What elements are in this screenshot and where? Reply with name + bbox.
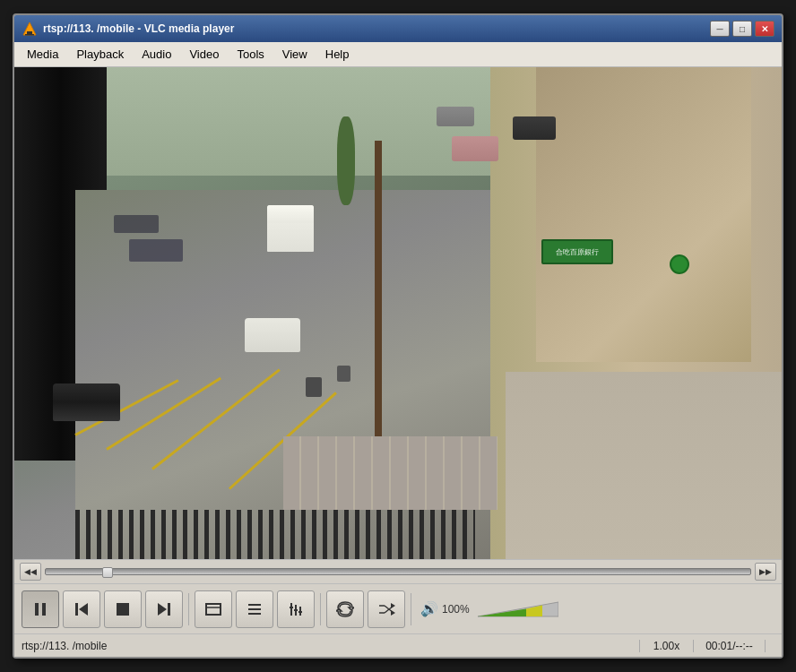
separator-1: [188, 593, 189, 625]
svg-rect-7: [117, 603, 129, 616]
playlist-button[interactable]: [236, 590, 273, 628]
next-icon: [155, 600, 173, 618]
green-sign: 合吃百原銀行: [541, 239, 613, 264]
svg-rect-1: [27, 31, 32, 34]
prev-button[interactable]: [63, 590, 100, 628]
volume-area: 🔊 100%: [420, 600, 558, 618]
street-scene: 合吃百原銀行: [14, 67, 782, 559]
stop-button[interactable]: [104, 590, 142, 628]
menu-media[interactable]: Media: [18, 44, 67, 65]
titlebar-buttons: ─ □ ✕: [710, 21, 774, 37]
loop-icon: [336, 600, 354, 618]
minimize-button[interactable]: ─: [710, 21, 730, 37]
menu-tools[interactable]: Tools: [228, 44, 273, 65]
volume-percent: 100%: [442, 603, 474, 616]
prev-icon: [73, 600, 91, 618]
volume-slider[interactable]: [478, 600, 558, 618]
pause-icon: [31, 600, 49, 618]
seekbar-track[interactable]: [45, 568, 751, 575]
frame-icon: [204, 600, 222, 618]
seek-fwd-button[interactable]: ▶▶: [755, 563, 776, 581]
separator-2: [320, 593, 321, 625]
controls-bar: 🔊 100%: [14, 583, 782, 633]
menu-view[interactable]: View: [273, 44, 316, 65]
vlc-window: rtsp://113. /mobile - VLC media player ─…: [13, 13, 783, 659]
svg-rect-8: [168, 603, 170, 616]
playlist-icon: [246, 600, 264, 618]
seekbar-area: ◀◀ ▶▶: [14, 559, 782, 583]
menu-help[interactable]: Help: [316, 44, 359, 65]
shuffle-icon: [377, 600, 395, 618]
svg-rect-4: [42, 603, 46, 616]
vlc-icon: [22, 21, 38, 37]
statusbar: rtsp://113. /mobile 1.00x 00:01/--:--: [14, 633, 782, 657]
menubar: Media Playback Audio Video Tools View He…: [14, 42, 782, 67]
menu-playback[interactable]: Playback: [67, 44, 133, 65]
seek-back-button[interactable]: ◀◀: [20, 563, 41, 581]
next-button[interactable]: [145, 590, 183, 628]
svg-marker-9: [158, 603, 167, 616]
status-url: rtsp://113. /mobile: [14, 640, 640, 652]
svg-rect-10: [206, 604, 221, 615]
stop-icon: [114, 600, 132, 618]
separator-3: [411, 593, 411, 625]
frame-button[interactable]: [195, 590, 232, 628]
status-time: 00:01/--:--: [694, 640, 766, 652]
status-speed: 1.00x: [640, 640, 694, 652]
svg-rect-5: [75, 603, 78, 616]
svg-marker-25: [391, 603, 395, 608]
volume-bar-svg: [478, 600, 558, 618]
close-button[interactable]: ✕: [755, 21, 774, 37]
seekbar-thumb[interactable]: [102, 567, 113, 578]
video-canvas: 合吃百原銀行: [14, 67, 782, 559]
maximize-button[interactable]: □: [732, 21, 752, 37]
volume-icon: 🔊: [420, 600, 438, 617]
window-title: rtsp://113. /mobile - VLC media player: [43, 22, 710, 35]
svg-rect-3: [35, 603, 39, 616]
equalizer-icon: [287, 600, 305, 618]
video-area[interactable]: 合吃百原銀行: [14, 67, 782, 559]
svg-marker-26: [391, 610, 395, 616]
menu-audio[interactable]: Audio: [133, 44, 180, 65]
titlebar: rtsp://113. /mobile - VLC media player ─…: [14, 15, 782, 42]
equalizer-button[interactable]: [277, 590, 315, 628]
menu-video[interactable]: Video: [180, 44, 228, 65]
loop-button[interactable]: [326, 590, 364, 628]
pause-button[interactable]: [22, 590, 59, 628]
svg-marker-6: [79, 603, 88, 616]
svg-rect-2: [25, 34, 34, 36]
shuffle-button[interactable]: [368, 590, 405, 628]
